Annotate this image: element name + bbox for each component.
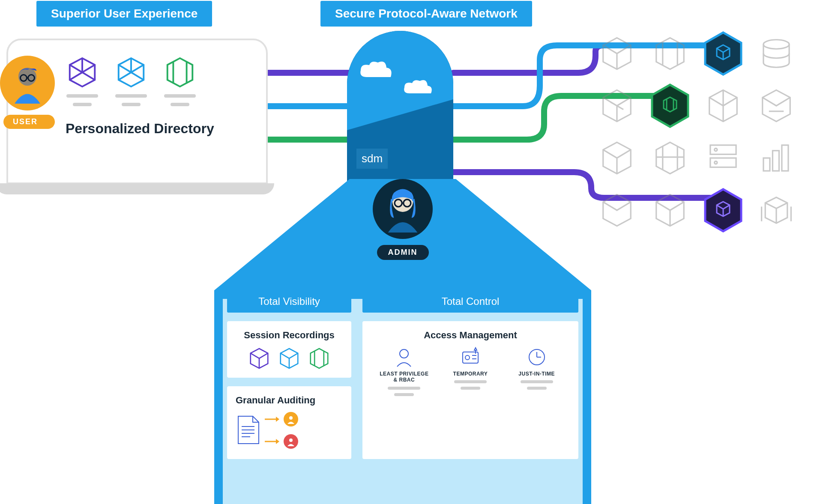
cloud-icon [403,79,434,95]
ghost-cube-icon [652,192,688,229]
admin-section: ADMIN Total Visibility Session Recording… [214,179,591,504]
document-icon [236,415,260,445]
auditing-title: Granular Auditing [236,395,343,406]
ghost-cube-icon [599,87,635,124]
cube-icon [308,347,331,370]
svg-rect-43 [772,151,779,171]
user-avatar: USER [0,56,55,129]
highlighted-resource-green [650,83,690,128]
svg-marker-31 [474,348,477,350]
session-title: Session Recordings [236,330,343,341]
network-arch: sdm [347,31,453,185]
access-management-card: Access Management LEAST PRIVILEGE & RBAC… [362,321,578,459]
user-avatar-circle [0,56,55,110]
ghost-cube-icon [705,87,742,124]
audit-target-icon [284,434,298,449]
visibility-header: Total Visibility [227,290,351,313]
person-icon [7,63,48,104]
ghost-cube-icon [758,192,795,229]
svg-point-40 [715,148,717,151]
cube-icon [163,56,197,89]
ghost-bars-icon [758,140,795,176]
header-left: Superior User Experience [36,1,212,27]
admin-avatar-circle [373,179,433,239]
cube-icon [66,56,99,89]
admin-badge: ADMIN [377,245,429,260]
svg-point-21 [289,416,293,420]
access-title: Access Management [371,330,570,341]
user-badge: USER [3,115,55,129]
directory-title: Personalized Directory [66,121,256,137]
cloud-icon [358,60,393,79]
highlighted-resource-purple [703,188,743,233]
person-icon [379,185,426,233]
cube-icon [114,56,148,89]
arrow-icon [265,416,279,422]
ghost-cube-icon [599,140,635,176]
ghost-stack-icon [758,35,795,72]
svg-point-25 [400,349,408,358]
svg-point-24 [289,438,293,442]
svg-point-27 [465,355,470,360]
svg-marker-37 [652,85,688,127]
header-right: Secure Protocol-Aware Network [320,1,532,27]
access-item-rbac: LEAST PRIVILEGE & RBAC [378,347,430,396]
ghost-grid-icon [652,140,688,176]
session-recordings-card: Session Recordings [227,321,351,378]
ghost-cube-icon [599,192,635,229]
highlighted-resource-blue [703,31,743,76]
id-badge-icon [460,347,481,367]
svg-marker-20 [276,417,279,422]
cube-icon [248,347,271,370]
ghost-server-icon [705,140,742,176]
svg-point-41 [715,161,717,164]
person-badge-icon [394,347,414,367]
access-item-temporary: TEMPORARY [445,347,496,396]
ghost-cube-icon [599,35,635,72]
svg-rect-42 [763,158,770,171]
access-item-jit: JUST-IN-TIME [511,347,563,396]
brand-badge: sdm [356,149,388,169]
arrow-icon [265,438,279,444]
granular-auditing-card: Granular Auditing [227,386,351,459]
audit-target-icon [284,412,298,426]
svg-marker-23 [276,439,279,444]
resource-cube-purple [66,56,99,106]
control-header: Total Control [362,290,578,313]
svg-point-36 [763,40,789,49]
resource-cube-green [163,56,197,106]
resource-grid [591,28,802,236]
cube-icon [278,347,301,370]
resource-cube-blue [114,56,148,106]
ghost-cube-icon [758,87,795,124]
ghost-cube-icon [652,35,688,72]
clock-icon [527,347,547,367]
svg-rect-44 [782,145,788,171]
